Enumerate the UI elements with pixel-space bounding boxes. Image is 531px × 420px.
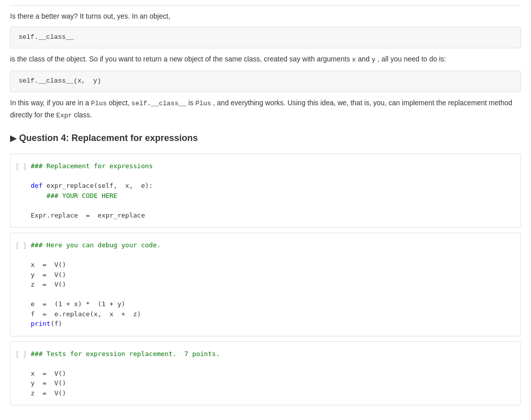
cell2-line4: z = V() [31, 281, 66, 288]
intro-line2-prefix: is the class of the object. So if you wa… [10, 55, 350, 63]
inline-x: x [352, 56, 356, 63]
page-content: Is there a better way? It turns out, yes… [0, 0, 531, 415]
code-self-class-call-text: self.__class__(x, y) [19, 76, 512, 87]
intro-paragraph-3: In this way, if you are in a Plus object… [10, 97, 521, 121]
cell3-line4: z = V() [31, 389, 66, 397]
cell3-line2: x = V() [31, 370, 66, 377]
cell-1-code[interactable]: ### Replacement for expressions def expr… [31, 161, 520, 220]
section-arrow-icon: ▶ [10, 132, 16, 145]
cell2-line5: e = (1 + x) * (1 + y) [31, 300, 125, 308]
cell-2-label: [ ] [11, 240, 31, 251]
inline-plus2: Plus [195, 100, 211, 107]
intro-line2-mid: and [358, 55, 369, 63]
cell1-line6: Expr.replace = expr_replace [31, 212, 145, 219]
cell-1-inner: [ ] ### Replacement for expressions def … [11, 159, 520, 222]
intro-paragraph-1: Is there a better way? It turns out, yes… [10, 11, 521, 22]
intro-line3-is: is [188, 99, 195, 107]
section-heading-q4: ▶ Question 4: Replacement for expression… [10, 131, 521, 146]
notebook-cell-2[interactable]: [ ] ### Here you can debug your code. x … [10, 233, 521, 336]
intro-line1: Is there a better way? It turns out, yes… [10, 12, 170, 20]
intro-paragraph-2: is the class of the object. So if you wa… [10, 53, 521, 65]
inline-y: y [371, 56, 375, 63]
intro-line3-mid1: object, [109, 99, 131, 107]
cell2-line2: x = V() [31, 261, 66, 268]
cell3-line1: ### Tests for expression replacement. 7 … [31, 350, 220, 358]
section-heading-text: Question 4: Replacement for expressions [19, 131, 198, 146]
notebook-cell-1[interactable]: [ ] ### Replacement for expressions def … [10, 154, 521, 228]
inline-expr: Expr [56, 112, 72, 119]
cell-2-inner: [ ] ### Here you can debug your code. x … [11, 238, 520, 331]
cell-1-label: [ ] [11, 161, 31, 172]
code-self-class-text: self.__class__ [19, 32, 512, 43]
cell-2-code[interactable]: ### Here you can debug your code. x = V(… [31, 240, 520, 329]
cell2-line3: y = V() [31, 271, 66, 278]
cell-3-inner: [ ] ### Tests for expression replacement… [11, 347, 520, 400]
inline-self-class: self.__class__ [131, 100, 186, 107]
intro-line2-suffix: , all you need to do is: [377, 55, 446, 63]
code-block-self-class-call: self.__class__(x, y) [10, 71, 521, 92]
inline-plus: Plus [91, 100, 107, 107]
code-block-self-class: self.__class__ [10, 27, 521, 48]
cell2-line7: print(f) [31, 320, 62, 327]
cell2-line1: ### Here you can debug your code. [31, 241, 161, 249]
notebook-cell-3[interactable]: [ ] ### Tests for expression replacement… [10, 341, 521, 406]
cell1-line3: def expr_replace(self, x, e): [31, 182, 153, 189]
cell-3-code[interactable]: ### Tests for expression replacement. 7 … [31, 349, 520, 398]
cell1-line4: ### YOUR CODE HERE [31, 192, 117, 199]
cell-3-label: [ ] [11, 349, 31, 360]
cell2-line6: f = e.replace(x, x + z) [31, 310, 141, 318]
cell3-line3: y = V() [31, 379, 66, 387]
cell1-line1: ### Replacement for expressions [31, 162, 153, 170]
intro-line3-prefix: In this way, if you are in a [10, 99, 89, 107]
intro-line3-suffix: class. [74, 111, 92, 119]
